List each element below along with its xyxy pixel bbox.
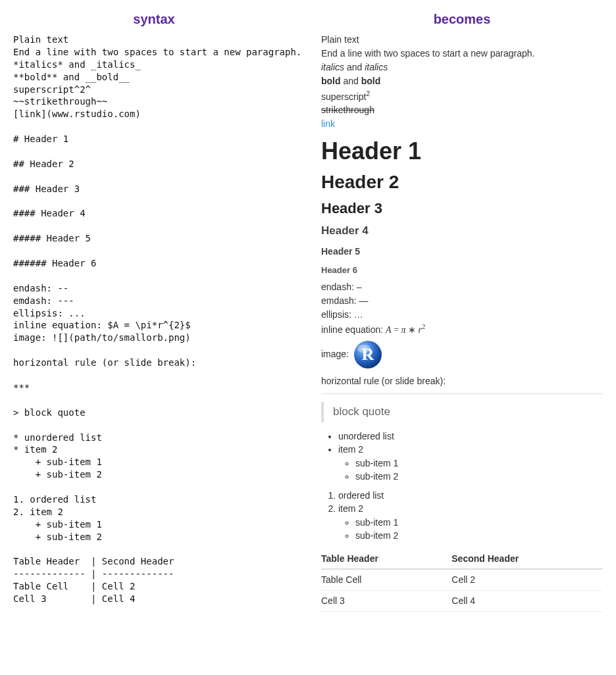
italics-sample-1: italics <box>321 62 344 72</box>
plain-text-line-1: Plain text <box>321 34 603 46</box>
table-cell: Cell 3 <box>321 591 451 612</box>
link-line: link <box>321 118 603 130</box>
table-row: Table Cell Cell 2 <box>321 569 603 590</box>
image-example-row: image: R <box>321 339 603 370</box>
eq-exp: 2 <box>422 323 425 330</box>
table-header-cell: Table Header <box>321 549 451 570</box>
list-item-label: item 2 <box>338 503 363 514</box>
blockquote-text: block quote <box>333 405 390 418</box>
hr-label: horizontal rule (or slide break): <box>321 375 603 388</box>
italics-line: italics and italics <box>321 61 603 74</box>
list-item: ordered list <box>338 489 603 502</box>
list-item: sub-item 1 <box>355 457 603 470</box>
list-item: item 2 sub-item 1 sub-item 2 <box>338 503 603 542</box>
rendered-ordered-sublist: sub-item 1 sub-item 2 <box>338 516 603 542</box>
bold-sample-2: bold <box>361 76 381 86</box>
italics-joiner: and <box>344 62 365 72</box>
list-item-label: item 2 <box>338 444 363 455</box>
table-header-cell: Second Header <box>451 549 603 570</box>
rendered-h1: Header 1 <box>321 136 603 168</box>
ellipsis-line: ellipsis: … <box>321 309 603 321</box>
eq-equals: = <box>392 325 401 335</box>
rendered-table: Table Header Second Header Table Cell Ce… <box>321 549 603 612</box>
bold-sample-1: bold <box>321 76 341 86</box>
syntax-column: syntax Plain text End a line with two sp… <box>0 0 308 625</box>
syntax-column-header: syntax <box>13 12 295 27</box>
eq-var-A: A <box>386 325 392 335</box>
table-header-row: Table Header Second Header <box>321 549 603 570</box>
strikethrough-sample: strikethrough <box>321 105 374 115</box>
emdash-line: emdash: — <box>321 295 603 307</box>
eq-star: ∗ <box>406 325 419 335</box>
rendered-unordered-list: unordered list item 2 sub-item 1 sub-ite… <box>321 430 603 483</box>
rendered-h5: Header 5 <box>321 245 603 258</box>
rendered-ordered-list: ordered list item 2 sub-item 1 sub-item … <box>321 489 603 542</box>
table-cell: Table Cell <box>321 569 451 590</box>
superscript-prefix: superscript <box>321 91 366 101</box>
rendered-column-header: becomes <box>321 12 603 27</box>
endash-line: endash: – <box>321 281 603 293</box>
table-cell: Cell 4 <box>451 591 603 612</box>
rendered-h6: Header 6 <box>321 264 603 276</box>
rendered-h4: Header 4 <box>321 224 603 239</box>
bold-line: bold and bold <box>321 75 603 88</box>
rendered-h2: Header 2 <box>321 170 603 195</box>
plain-text-line-2: End a line with two spaces to start a ne… <box>321 47 603 60</box>
bold-joiner: and <box>341 76 361 86</box>
strikethrough-line: strikethrough <box>321 104 603 116</box>
superscript-line: superscript2 <box>321 89 603 103</box>
rendered-unordered-sublist: sub-item 1 sub-item 2 <box>338 457 603 483</box>
image-label: image: <box>321 348 349 361</box>
rendered-link[interactable]: link <box>321 118 335 129</box>
r-logo-icon: R <box>353 339 383 370</box>
eq-pi: π <box>401 325 406 335</box>
table-cell: Cell 2 <box>451 569 603 590</box>
rendered-blockquote: block quote <box>321 402 603 422</box>
syntax-source-block: Plain text End a line with two spaces to… <box>13 34 295 605</box>
svg-text:R: R <box>362 345 374 364</box>
table-row: Cell 3 Cell 4 <box>321 591 603 612</box>
list-item: sub-item 1 <box>355 516 603 529</box>
eq-prefix: inline equation: <box>321 324 386 335</box>
italics-sample-2: italics <box>365 62 388 72</box>
horizontal-rule <box>321 393 603 394</box>
list-item: sub-item 2 <box>355 530 603 542</box>
superscript-exponent: 2 <box>366 89 370 97</box>
rendered-column: becomes Plain text End a line with two s… <box>308 0 616 625</box>
list-item: sub-item 2 <box>355 470 603 483</box>
rendered-output: Plain text End a line with two spaces to… <box>321 34 603 612</box>
list-item: item 2 sub-item 1 sub-item 2 <box>338 443 603 483</box>
inline-equation: A = π ∗ r2 <box>386 325 425 335</box>
inline-equation-line: inline equation: A = π ∗ r2 <box>321 322 603 337</box>
page-two-column: syntax Plain text End a line with two sp… <box>0 0 616 625</box>
rendered-h3: Header 3 <box>321 199 603 218</box>
list-item: unordered list <box>338 430 603 443</box>
